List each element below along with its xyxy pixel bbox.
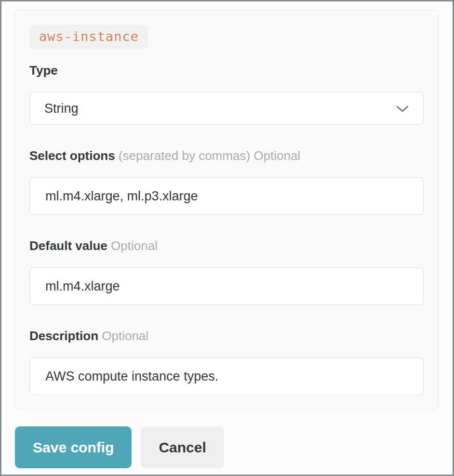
select-options-optional: Optional xyxy=(254,148,300,163)
description-optional: Optional xyxy=(102,329,148,343)
type-select[interactable]: String xyxy=(29,92,424,125)
default-value-input[interactable] xyxy=(29,267,424,305)
type-select-value: String xyxy=(44,101,79,116)
default-value-label-text: Default value xyxy=(29,238,107,253)
config-form-card: aws-instance Type String Select options … xyxy=(14,10,439,410)
default-value-label: Default value Optional xyxy=(29,238,424,254)
chevron-down-icon xyxy=(396,101,409,116)
form-actions: Save config Cancel xyxy=(15,426,453,468)
select-options-hint: (separated by commas) Optional xyxy=(119,148,300,163)
select-options-label: Select options (separated by commas) Opt… xyxy=(29,148,424,164)
parameter-name-badge: aws-instance xyxy=(29,25,148,49)
description-label: Description Optional xyxy=(29,328,424,344)
cancel-button[interactable]: Cancel xyxy=(141,426,224,468)
description-label-text: Description xyxy=(29,329,98,343)
select-options-input[interactable] xyxy=(29,177,424,215)
description-input[interactable] xyxy=(29,357,424,395)
save-config-button[interactable]: Save config xyxy=(15,426,132,468)
type-label-text: Type xyxy=(29,63,58,78)
type-label: Type xyxy=(29,63,424,79)
default-value-optional: Optional xyxy=(111,238,158,253)
select-options-label-text: Select options xyxy=(29,148,115,163)
